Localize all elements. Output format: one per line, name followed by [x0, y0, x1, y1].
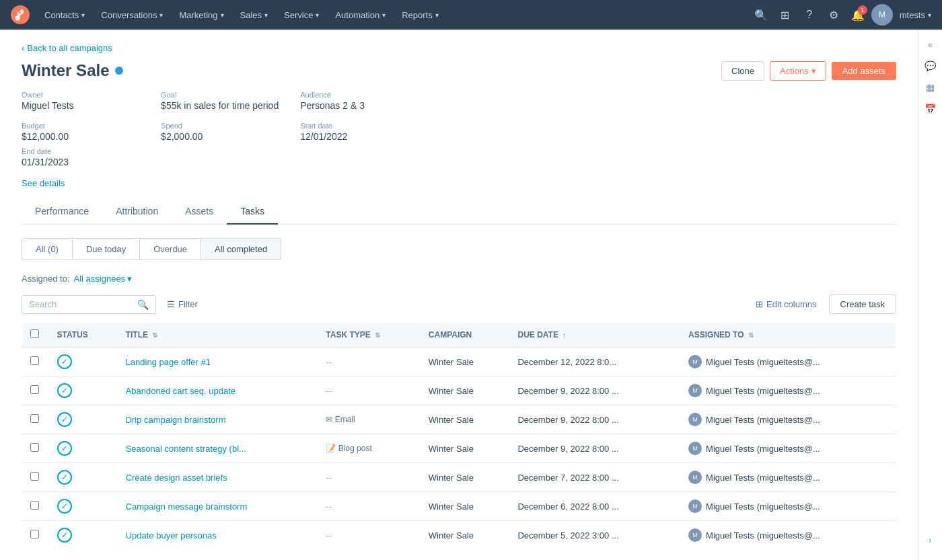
table-row: ✓Drip campaign brainstorm✉ EmailWinter S…	[22, 405, 896, 434]
assigned-to-cell: M Miguel Tests (migueltests@...	[688, 355, 887, 368]
row-checkbox-cell	[22, 463, 49, 492]
edit-columns-icon: ⊞	[756, 299, 763, 309]
user-chevron-icon: ▾	[928, 11, 931, 19]
sidebar-collapse-icon[interactable]: «	[921, 35, 940, 54]
row-checkbox[interactable]	[30, 356, 39, 365]
spend-label: Spend	[161, 122, 279, 130]
toolbar-right: ⊞ Edit columns Create task	[749, 294, 896, 314]
task-title-link[interactable]: Drip campaign brainstorm	[126, 415, 226, 425]
subtab-overdue[interactable]: Overdue	[139, 238, 201, 260]
assigned-name: Miguel Tests (migueltests@...	[706, 386, 820, 396]
sidebar-expand-icon[interactable]: ›	[921, 530, 940, 549]
search-icon[interactable]: 🔍	[137, 299, 149, 310]
settings-icon-btn[interactable]: ⚙	[823, 4, 844, 26]
see-details-link[interactable]: See details	[22, 178, 65, 188]
row-status-cell: ✓	[49, 492, 118, 521]
nav-marketing[interactable]: Marketing ▾	[172, 0, 230, 30]
row-checkbox-cell	[22, 434, 49, 463]
row-checkbox[interactable]	[30, 443, 39, 452]
due-date-sort-icon: ↑	[563, 331, 566, 339]
apps-icon-btn[interactable]: ⊞	[774, 4, 796, 26]
nav-service[interactable]: Service ▾	[277, 0, 326, 30]
row-checkbox[interactable]	[30, 385, 39, 394]
tab-performance[interactable]: Performance	[22, 199, 102, 225]
row-due-date-cell: December 12, 2022 8:0...	[509, 348, 680, 376]
search-input[interactable]	[29, 299, 133, 309]
notifications-icon-btn[interactable]: 🔔 1	[847, 4, 869, 26]
table-header: STATUS TITLE ⇅ TASK TYPE ⇅ CAMPAIGN DUE …	[22, 323, 896, 348]
tab-assets[interactable]: Assets	[172, 199, 227, 225]
tab-attribution[interactable]: Attribution	[102, 199, 172, 225]
tasks-tbody: ✓Landing page offer #1--Winter SaleDecem…	[22, 348, 896, 550]
audience-label: Audience	[300, 91, 418, 99]
search-icon-btn[interactable]: 🔍	[750, 4, 772, 26]
user-name[interactable]: mtests	[896, 10, 925, 20]
svg-point-1	[20, 9, 24, 13]
create-task-button[interactable]: Create task	[829, 294, 896, 314]
add-assets-button[interactable]: Add assets	[832, 62, 896, 80]
assigned-link[interactable]: All assignees ▾	[74, 274, 133, 284]
assigned-name: Miguel Tests (migueltests@...	[706, 530, 820, 541]
edit-columns-button[interactable]: ⊞ Edit columns	[749, 296, 823, 313]
clone-button[interactable]: Clone	[721, 61, 764, 81]
nav-contacts[interactable]: Contacts ▾	[38, 0, 92, 30]
filter-button[interactable]: ☰ Filter	[161, 296, 203, 313]
user-avatar[interactable]: M	[871, 4, 893, 26]
row-title-cell: Abandoned cart seq. update	[118, 376, 318, 405]
help-icon-btn[interactable]: ?	[799, 4, 820, 26]
row-checkbox-cell	[22, 405, 49, 434]
header-due-date[interactable]: DUE DATE ↑	[509, 323, 680, 348]
budget-value: $12,000.00	[22, 131, 139, 142]
breadcrumb[interactable]: ‹ Back to all campaigns	[22, 43, 896, 53]
task-title-link[interactable]: Campaign message brainstorm	[126, 502, 248, 512]
row-checkbox-cell	[22, 348, 49, 376]
assigned-prefix: Assigned to:	[22, 274, 70, 284]
tab-tasks[interactable]: Tasks	[227, 199, 278, 225]
nav-sales[interactable]: Sales ▾	[233, 0, 275, 30]
row-checkbox[interactable]	[30, 501, 39, 510]
header-title[interactable]: TITLE ⇅	[118, 323, 318, 348]
assigned-to-cell: M Miguel Tests (migueltests@...	[688, 499, 887, 513]
assigned-to-row: Assigned to: All assignees ▾	[22, 274, 896, 284]
task-title-link[interactable]: Abandoned cart seq. update	[126, 386, 236, 396]
task-title-link[interactable]: Update buyer personas	[126, 530, 217, 541]
row-checkbox[interactable]	[30, 414, 39, 423]
header-task-type[interactable]: TASK TYPE ⇅	[318, 323, 420, 348]
row-title-cell: Drip campaign brainstorm	[118, 405, 318, 434]
nav-conversations[interactable]: Conversations ▾	[94, 0, 170, 30]
task-title-link[interactable]: Seasonal content strategy (bl...	[126, 444, 246, 454]
subtabs-bar: All (0) Due today Overdue All completed	[22, 238, 896, 260]
row-checkbox[interactable]	[30, 530, 39, 538]
campaign-value: Winter Sale	[421, 521, 510, 550]
campaign-header: Winter Sale Owner Miguel Tests Goal $55k…	[22, 61, 896, 188]
nav-automation[interactable]: Automation ▾	[328, 0, 392, 30]
row-title-cell: Landing page offer #1	[118, 348, 318, 376]
sidebar-calendar-icon[interactable]: 📅	[921, 99, 940, 118]
subtab-due-today[interactable]: Due today	[72, 238, 139, 260]
row-assigned-cell: M Miguel Tests (migueltests@...	[680, 521, 896, 550]
tabs-bar: Performance Attribution Assets Tasks	[22, 199, 896, 225]
task-title-link[interactable]: Landing page offer #1	[126, 357, 211, 367]
row-title-cell: Update buyer personas	[118, 521, 318, 550]
sidebar-table-icon[interactable]: ▦	[921, 78, 940, 97]
hubspot-logo[interactable]	[11, 5, 30, 24]
sidebar-chat-icon[interactable]: 💬	[921, 56, 940, 75]
subtab-all-completed[interactable]: All completed	[201, 238, 281, 260]
status-check-icon: ✓	[57, 528, 72, 543]
right-sidebar: « 💬 ▦ 📅 ›	[918, 30, 942, 560]
row-checkbox[interactable]	[30, 472, 39, 481]
task-title-link[interactable]: Create design asset briefs	[126, 473, 227, 483]
service-chevron-icon: ▾	[316, 11, 319, 19]
row-task-type-cell: --	[318, 521, 420, 550]
spend-value: $2,000.00	[161, 131, 279, 142]
nav-reports[interactable]: Reports ▾	[395, 0, 445, 30]
sales-chevron-icon: ▾	[264, 11, 268, 19]
select-all-checkbox[interactable]	[30, 329, 39, 338]
subtab-all[interactable]: All (0)	[22, 238, 72, 260]
table-row: ✓Abandoned cart seq. update--Winter Sale…	[22, 376, 896, 405]
header-assigned-to[interactable]: ASSIGNED TO ⇅	[680, 323, 896, 348]
actions-button[interactable]: Actions ▾	[770, 61, 826, 81]
assigned-to-cell: M Miguel Tests (migueltests@...	[688, 471, 887, 484]
assigned-avatar: M	[688, 528, 702, 542]
assigned-avatar: M	[688, 442, 702, 455]
